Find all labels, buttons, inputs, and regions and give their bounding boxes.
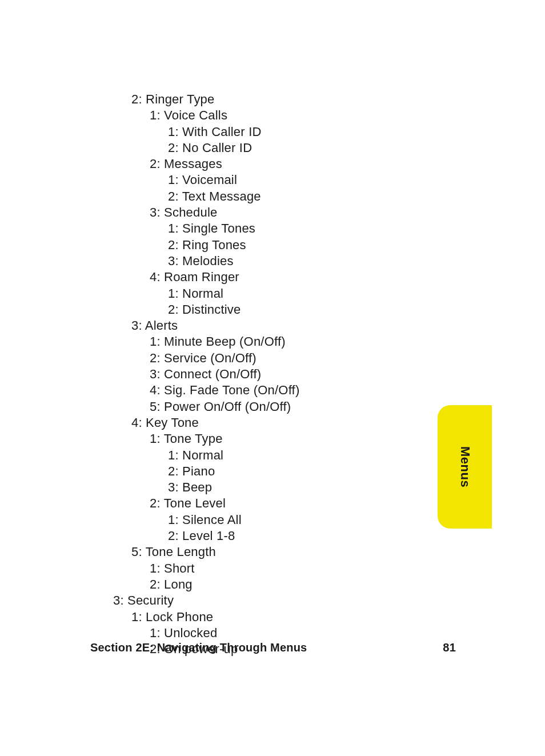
outline-item: 2: Tone Level: [150, 495, 299, 511]
outline-item: 4: Sig. Fade Tone (On/Off): [150, 382, 299, 398]
outline-item: 3: Melodies: [168, 253, 299, 269]
outline-item: 3: Security: [113, 593, 299, 609]
outline-item: 1: Minute Beep (On/Off): [150, 334, 299, 350]
outline-item: 1: Voice Calls: [150, 107, 299, 123]
outline-item: 1: Silence All: [168, 512, 299, 528]
outline-item: 2: Long: [150, 577, 299, 593]
outline-item: 2: Piano: [168, 463, 299, 479]
thumb-tab-label: Menus: [458, 446, 472, 487]
outline-item: 1: Tone Type: [150, 431, 299, 447]
footer-section-title: Section 2E: Navigating Through Menus: [90, 641, 307, 654]
outline-item: 1: Short: [150, 561, 299, 577]
outline-item: 2: Messages: [150, 156, 299, 172]
outline-item: 2: Ringer Type: [131, 91, 299, 107]
outline-item: 1: Lock Phone: [131, 609, 299, 625]
outline-item: 1: Normal: [168, 286, 299, 302]
outline-item: 4: Roam Ringer: [150, 269, 299, 285]
outline-item: 3: Schedule: [150, 205, 299, 221]
outline-item: 1: With Caller ID: [168, 124, 299, 140]
outline-item: 1: Voicemail: [168, 172, 299, 188]
outline-item: 1: Normal: [168, 447, 299, 463]
thumb-tab-menus: Menus: [438, 405, 492, 529]
footer-page-number: 81: [443, 641, 456, 654]
outline-item: 5: Power On/Off (On/Off): [150, 399, 299, 415]
outline-item: 1: Unlocked: [150, 625, 299, 641]
page-footer: Section 2E: Navigating Through Menus 81: [90, 641, 456, 654]
outline-item: 1: Single Tones: [168, 221, 299, 237]
outline-item: 3: Connect (On/Off): [150, 366, 299, 382]
outline-item: 4: Key Tone: [131, 415, 299, 431]
outline-item: 2: Service (On/Off): [150, 350, 299, 366]
outline-item: 2: Text Message: [168, 189, 299, 205]
menu-outline: 2: Ringer Type1: Voice Calls1: With Call…: [113, 91, 299, 657]
outline-item: 2: Ring Tones: [168, 237, 299, 253]
outline-item: 3: Beep: [168, 479, 299, 495]
outline-item: 2: Distinctive: [168, 302, 299, 318]
outline-item: 5: Tone Length: [131, 544, 299, 560]
outline-item: 2: No Caller ID: [168, 140, 299, 156]
outline-item: 3: Alerts: [131, 318, 299, 334]
outline-item: 2: Level 1-8: [168, 528, 299, 544]
